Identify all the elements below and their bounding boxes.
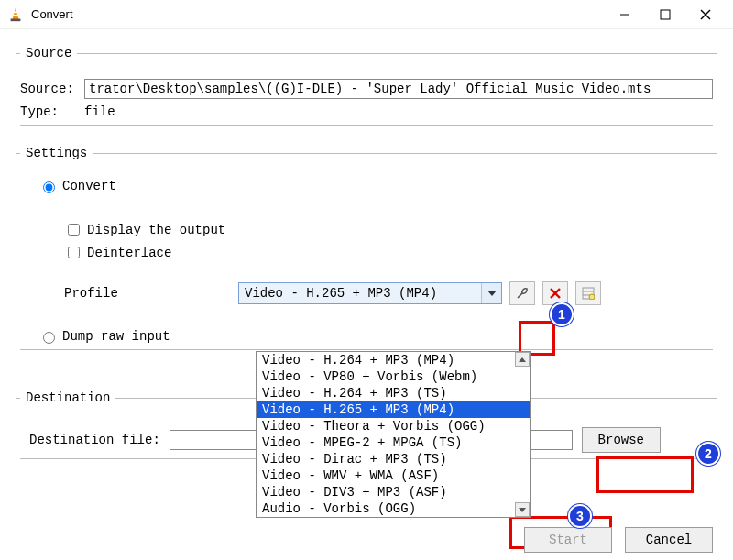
svg-marker-15: [519, 357, 526, 362]
profile-selected: Video - H.265 + MP3 (MP4): [239, 286, 481, 301]
vlc-icon: [7, 6, 24, 23]
cancel-button[interactable]: Cancel: [625, 527, 713, 553]
profile-option[interactable]: Video - H.264 + MP3 (MP4): [257, 352, 530, 368]
browse-button[interactable]: Browse: [582, 427, 661, 453]
svg-point-14: [589, 294, 595, 300]
display-output-label: Display the output: [87, 223, 225, 237]
maximize-button[interactable]: [645, 1, 685, 28]
wrench-icon[interactable]: [509, 281, 535, 305]
profile-dropdown[interactable]: Video - H.264 + MP3 (MP4)Video - VP80 + …: [256, 351, 531, 518]
svg-rect-2: [13, 15, 19, 16]
profile-option[interactable]: Audio - Vorbis (OGG): [257, 500, 530, 517]
deinterlace-input[interactable]: [68, 247, 80, 258]
svg-marker-8: [487, 291, 497, 296]
svg-rect-1: [13, 11, 17, 13]
destination-file-label: Destination file:: [29, 433, 160, 447]
profile-option[interactable]: Video - VP80 + Vorbis (Webm): [257, 368, 530, 385]
source-group: Source Source: trator\Desktop\samples\((…: [16, 46, 717, 133]
source-input[interactable]: trator\Desktop\samples\((G)I-DLE) - 'Sup…: [84, 79, 713, 99]
dump-raw-radio[interactable]: Dump raw input: [38, 329, 713, 344]
window-title: Convert: [31, 7, 605, 21]
source-label: Source:: [20, 82, 79, 96]
scroll-down-icon[interactable]: [515, 502, 530, 517]
profile-label: Profile: [64, 286, 238, 301]
profile-option[interactable]: Video - WMV + WMA (ASF): [257, 467, 530, 484]
profile-option[interactable]: Video - Theora + Vorbis (OGG): [257, 418, 530, 434]
type-value: file: [84, 104, 115, 119]
settings-legend: Settings: [20, 146, 93, 160]
close-button[interactable]: [685, 1, 726, 28]
svg-rect-5: [661, 10, 670, 19]
profile-combo[interactable]: Video - H.265 + MP3 (MP4): [238, 282, 502, 304]
scroll-up-icon[interactable]: [515, 352, 530, 367]
delete-profile-button[interactable]: [542, 281, 568, 305]
minimize-button[interactable]: [605, 1, 645, 28]
dump-raw-radio-input[interactable]: [43, 332, 55, 344]
profile-option[interactable]: Video - Dirac + MP3 (TS): [257, 451, 530, 467]
svg-rect-3: [11, 18, 21, 21]
profile-option[interactable]: Video - H.264 + MP3 (TS): [257, 385, 530, 401]
svg-marker-16: [519, 508, 526, 512]
convert-radio[interactable]: Convert: [38, 179, 713, 193]
destination-legend: Destination: [20, 390, 115, 405]
display-output-check[interactable]: Display the output: [64, 221, 713, 238]
svg-marker-0: [12, 7, 18, 19]
type-label: Type:: [20, 104, 79, 119]
source-legend: Source: [20, 46, 77, 60]
convert-radio-input[interactable]: [43, 181, 55, 193]
profile-option[interactable]: Video - DIV3 + MP3 (ASF): [257, 484, 530, 500]
dump-raw-label: Dump raw input: [62, 329, 170, 344]
titlebar: Convert: [0, 0, 733, 29]
callout-3: 3: [568, 504, 592, 528]
chevron-down-icon[interactable]: [481, 283, 501, 303]
profile-option[interactable]: Video - H.265 + MP3 (MP4): [257, 401, 530, 418]
new-profile-button[interactable]: [575, 281, 601, 305]
display-output-input[interactable]: [68, 224, 80, 236]
convert-radio-label: Convert: [62, 179, 116, 193]
deinterlace-label: Deinterlace: [87, 246, 171, 260]
deinterlace-check[interactable]: Deinterlace: [64, 244, 713, 261]
settings-group: Settings Convert Display the output Dein…: [16, 146, 717, 378]
start-button[interactable]: Start: [524, 527, 612, 553]
profile-option[interactable]: Video - MPEG-2 + MPGA (TS): [257, 434, 530, 451]
